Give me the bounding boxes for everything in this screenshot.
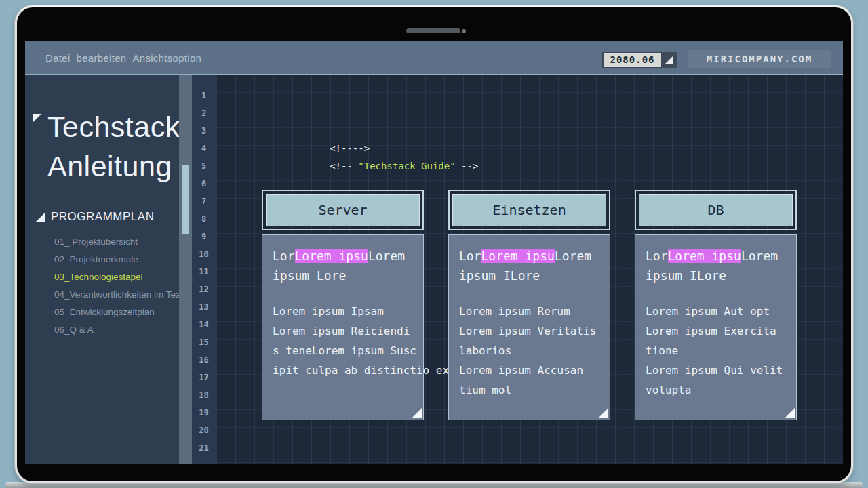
camera-icon [462, 29, 466, 33]
corner-triangle-icon [665, 56, 673, 64]
card-body[interactable]: LorLorem ipsuLorem ipsum ILore Lorem ips… [635, 234, 797, 420]
line-number: 1 [192, 87, 216, 104]
card-header[interactable]: Server [262, 190, 424, 230]
card-text-line: Lorem ipsum Exercita [646, 321, 786, 341]
code-comment-open: <!-- [330, 161, 358, 171]
highlighted-text: Lorem ipsu [668, 249, 741, 263]
line-number: 18 [192, 386, 216, 404]
sidebar-list: 01_ Projektübersicht02_Projektmerkmale03… [54, 233, 174, 339]
intro-prefix: Lor [459, 249, 481, 263]
desk-background: DateibearbeitenAnsichtsoption 2080.06 MI… [0, 0, 868, 488]
app-window: DateibearbeitenAnsichtsoption 2080.06 MI… [25, 41, 843, 464]
intro-prefix: Lor [646, 249, 668, 263]
card-text-line: Lorem ipsum Ipsam [273, 302, 413, 321]
card-intro-text: LorLorem ipsuLorem ipsum ILore [459, 246, 599, 285]
card-intro-text: LorLorem ipsuLorem ipsum ILore [646, 246, 786, 285]
scrollbar-track[interactable] [179, 75, 192, 464]
sidebar-item[interactable]: 06_Q & A [54, 321, 174, 339]
document-title-line1: Techstack [47, 110, 180, 143]
sidebar-item[interactable]: 05_Entwicklungszeitplan [54, 304, 174, 321]
card-body[interactable]: LorLorem ipsuLorem ipsum Lore Lorem ipsu… [262, 234, 424, 420]
sidebar-section-header[interactable]: PROGRAMMPLAN [36, 210, 154, 224]
card-lines: Lorem ipsum Aut optLorem ipsum Exercitat… [646, 302, 786, 400]
intro-prefix: Lor [273, 249, 295, 263]
menu-bar: DateibearbeitenAnsichtsoption 2080.06 MI… [25, 41, 843, 75]
line-number: 6 [192, 175, 216, 192]
code-line[interactable]: <!-- "Techstack Guide" --> [261, 140, 478, 157]
line-number: 8 [192, 210, 216, 228]
line-number-gutter: 123456789101112131415161718192021 [192, 75, 216, 464]
menu-items: DateibearbeitenAnsichtsoption [45, 41, 201, 75]
card-einsetzen[interactable]: Einsetzen LorLorem ipsuLorem ipsum ILore… [448, 190, 610, 420]
card-text-line: Lorem ipsum Veritatis [459, 321, 599, 341]
card-text-line: ipit culpa ab distinctio ex [273, 361, 413, 380]
card-title: DB [639, 194, 793, 226]
scrollbar-thumb[interactable] [182, 165, 189, 234]
editor-canvas[interactable]: <!----> <!-- "Techstack Guide" --> Serve… [216, 75, 843, 464]
card-lines: Lorem ipsum IpsamLorem ipsum Reiciendis … [273, 302, 413, 380]
card-header[interactable]: DB [635, 190, 797, 230]
line-number: 20 [192, 422, 216, 439]
code-comment-close: --> [456, 161, 479, 171]
card-title: Server [266, 194, 420, 226]
card-text-line: volupta [646, 380, 786, 400]
content-row: Techstack Anleitung PROGRAMMPLAN 01_ Pro… [25, 75, 843, 464]
sidebar-item[interactable]: 04_Verantwortlichkeiten im Team [54, 286, 174, 304]
card-lines: Lorem ipsum RerumLorem ipsum Veritatisla… [459, 302, 599, 400]
code-string: "Techstack Guide" [358, 161, 455, 171]
line-number: 19 [192, 404, 216, 422]
line-number: 4 [192, 140, 216, 157]
sidebar-section-label: PROGRAMMPLAN [51, 210, 154, 224]
line-number: 13 [192, 298, 216, 316]
version-value[interactable]: 2080.06 [604, 53, 661, 67]
card-db[interactable]: DB LorLorem ipsuLorem ipsum ILore Lorem … [635, 190, 797, 420]
line-number: 16 [192, 351, 216, 369]
card-text-line: tione [646, 341, 786, 361]
document-title: Techstack Anleitung [47, 107, 180, 186]
sidebar-item[interactable]: 01_ Projektübersicht [54, 233, 174, 251]
line-number: 2 [192, 104, 216, 122]
card-header[interactable]: Einsetzen [448, 190, 610, 230]
fold-marker-icon [33, 114, 41, 123]
card-text-line: Lorem ipsum Reiciendi [273, 321, 413, 341]
line-number: 15 [192, 333, 216, 351]
line-number: 12 [192, 281, 216, 298]
line-number: 7 [192, 192, 216, 210]
line-number: 10 [192, 245, 216, 263]
line-number: 21 [192, 439, 216, 457]
laptop-frame: DateibearbeitenAnsichtsoption 2080.06 MI… [15, 5, 853, 483]
card-text-line: s teneLorem ipsum Susc [273, 341, 413, 361]
line-number: 17 [192, 369, 216, 386]
fold-corner-icon [598, 408, 608, 418]
line-number: 14 [192, 316, 216, 333]
card-text-line: tium mol [459, 380, 599, 400]
version-selector[interactable]: 2080.06 [602, 52, 677, 68]
card-text-line: laborios [459, 341, 599, 361]
document-title-line2: Anleitung [47, 150, 172, 182]
fold-corner-icon [785, 408, 795, 418]
card-text-line: Lorem ipsum Rerum [459, 302, 599, 321]
card-title: Einsetzen [452, 194, 606, 226]
sidebar: Techstack Anleitung PROGRAMMPLAN 01_ Pro… [25, 75, 179, 464]
sidebar-item[interactable]: 02_Projektmerkmale [54, 251, 174, 268]
card-text-line: Lorem ipsum Accusan [459, 361, 599, 380]
highlighted-text: Lorem ipsu [295, 249, 368, 263]
speaker-grille [406, 28, 460, 33]
card-intro-text: LorLorem ipsuLorem ipsum Lore [273, 246, 413, 285]
fold-corner-icon [412, 408, 422, 418]
menu-item[interactable]: Datei [45, 52, 71, 64]
triangle-icon [36, 213, 45, 222]
card-text-line: Lorem ipsum Qui velit [646, 361, 786, 380]
highlighted-text: Lorem ipsu [481, 249, 555, 263]
menu-item[interactable]: bearbeiten [77, 52, 127, 64]
line-number: 3 [192, 122, 216, 140]
code-line[interactable]: <!----> [261, 122, 370, 140]
brand-link[interactable]: MIRICOMPANY.COM [688, 50, 831, 68]
line-number: 5 [192, 157, 216, 175]
sidebar-item[interactable]: 03_Technologiestapel [54, 268, 174, 286]
menu-item[interactable]: Ansichtsoption [132, 52, 201, 64]
card-server[interactable]: Server LorLorem ipsuLorem ipsum Lore Lor… [262, 190, 424, 420]
card-body[interactable]: LorLorem ipsuLorem ipsum ILore Lorem ips… [448, 234, 610, 420]
card-text-line: Lorem ipsum Aut opt [646, 302, 786, 321]
line-number: 9 [192, 228, 216, 245]
